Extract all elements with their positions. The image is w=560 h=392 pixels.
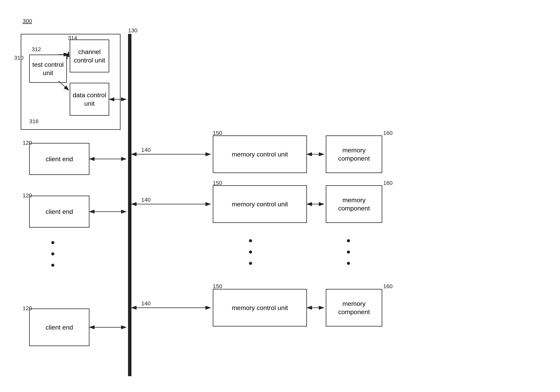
ref-316: 316 <box>29 118 39 124</box>
ref-150-1: 150 <box>213 130 222 136</box>
client-end-3-box: client end <box>29 308 90 346</box>
memory-component-2-label: memory component <box>326 196 382 212</box>
test-control-unit-label: test control unit <box>30 60 66 77</box>
memory-control-unit-1-box: memory control unit <box>213 135 307 173</box>
memory-control-unit-3-box: memory control unit <box>213 289 307 326</box>
ref-140-2: 140 <box>141 197 151 203</box>
ref-120-2: 120 <box>23 192 32 199</box>
channel-control-unit-box: channel control unit <box>70 39 109 72</box>
ref-140-3: 140 <box>141 300 151 306</box>
memory-component-3-box: memory component <box>326 289 382 326</box>
client-end-1-box: client end <box>29 143 90 175</box>
ref-160-1: 160 <box>383 130 393 136</box>
memory-component-3-label: memory component <box>326 299 382 316</box>
ref-150-2: 150 <box>213 180 222 186</box>
memory-component-2-box: memory component <box>326 185 382 223</box>
ref-312: 312 <box>32 46 41 52</box>
memory-control-unit-2-label: memory control unit <box>232 200 288 208</box>
memory-component-1-box: memory component <box>326 135 382 173</box>
left-ellipsis-1: ••• <box>51 237 55 271</box>
client-end-2-box: client end <box>29 196 90 228</box>
right-ellipsis-2: ••• <box>347 235 350 269</box>
right-ellipsis-1: ••• <box>249 235 252 269</box>
diagram: 300 310 test control unit 312 channel co… <box>0 0 560 392</box>
ref-314: 314 <box>68 35 77 41</box>
bus-line <box>128 34 131 376</box>
client-end-2-label: client end <box>46 208 73 216</box>
channel-control-unit-label: channel control unit <box>70 48 109 64</box>
test-control-unit-box: test control unit <box>29 55 67 83</box>
diagram-title: 300 <box>23 18 32 24</box>
client-end-3-label: client end <box>46 323 73 331</box>
ref-120-1: 120 <box>23 140 32 146</box>
ref-160-3: 160 <box>383 283 393 289</box>
ref-160-2: 160 <box>383 180 393 186</box>
ref-140-1: 140 <box>141 147 151 153</box>
ref-120-3: 120 <box>23 305 32 312</box>
data-control-unit-label: data control unit <box>70 91 109 107</box>
ref-150-3: 150 <box>213 283 222 289</box>
ref-310: 310 <box>14 55 24 61</box>
memory-component-1-label: memory component <box>326 146 382 163</box>
data-control-unit-box: data control unit <box>70 83 109 116</box>
client-end-1-label: client end <box>46 155 73 163</box>
memory-control-unit-1-label: memory control unit <box>232 150 288 158</box>
ref-130: 130 <box>128 27 138 34</box>
memory-control-unit-2-box: memory control unit <box>213 185 307 223</box>
memory-control-unit-3-label: memory control unit <box>232 304 288 312</box>
